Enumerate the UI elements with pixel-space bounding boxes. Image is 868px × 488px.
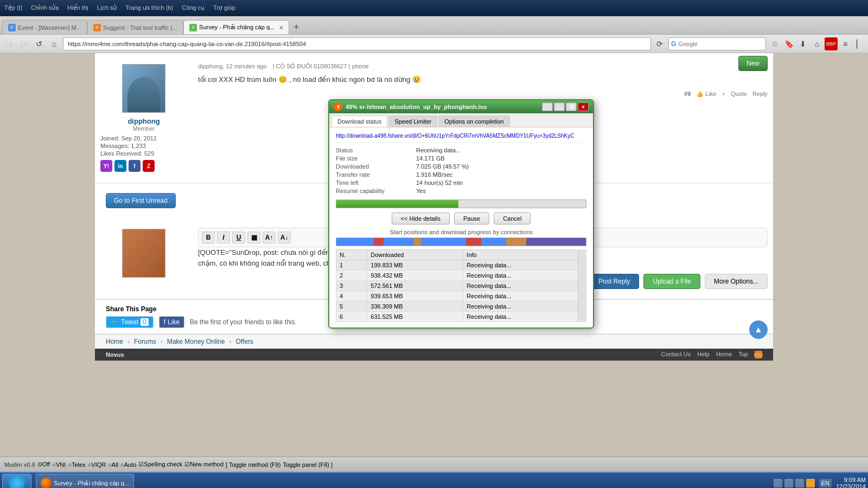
tab3-close-icon[interactable]: ×	[279, 23, 283, 32]
help-link[interactable]: Help	[697, 351, 710, 358]
new-tab-button[interactable]: +	[289, 20, 303, 34]
refresh-icon[interactable]: ⟳	[653, 37, 666, 50]
like-button-1[interactable]: 👍 Like	[696, 91, 716, 98]
download-progress-bar	[336, 200, 586, 208]
status-radio-all[interactable]: ○All	[108, 461, 118, 468]
cancel-button[interactable]: Cancel	[494, 213, 531, 224]
contact-us-link[interactable]: Contact Us	[661, 351, 691, 358]
dialog-tab-options[interactable]: Options on completion	[438, 115, 509, 127]
upload-file-button[interactable]: Upload a File	[643, 274, 700, 289]
tab-3[interactable]: S Survey - Phải chăng cáp q... ×	[183, 20, 289, 34]
menu-chinh-sua[interactable]: Chỉnh sửa	[29, 3, 61, 12]
tweet-button[interactable]: 🐦 Tweet 0	[106, 316, 154, 328]
col-downloaded: Downloaded	[367, 250, 463, 260]
yahoo-icon[interactable]: Y!	[100, 160, 112, 172]
menu-cong-cu[interactable]: Công cụ	[180, 3, 207, 12]
table-scrollbar[interactable]	[578, 249, 586, 322]
reply-button-1[interactable]: Reply	[752, 91, 768, 98]
tab-1[interactable]: E Event - [Maxserver] M...	[2, 20, 87, 34]
new-button[interactable]: New	[738, 56, 768, 71]
dialog-tab-bar: Download status Speed Limiter Options on…	[329, 113, 593, 127]
start-button[interactable]	[2, 474, 31, 488]
dialog-restore-button[interactable]: ⧉	[566, 102, 577, 111]
star-icon[interactable]: ☆	[768, 37, 781, 50]
facebook-like-icon: f	[164, 318, 165, 326]
status-radio-viqr[interactable]: ○VIQR	[88, 461, 106, 468]
back-button[interactable]: ◁	[2, 37, 15, 50]
hide-details-button[interactable]: << Hide details	[392, 213, 450, 224]
twitter-icon: 🐦	[111, 318, 119, 326]
table-row: 1199.833 MBReceiving data...	[336, 260, 586, 271]
dialog-maximize-button[interactable]: □	[554, 102, 565, 111]
other-icon[interactable]: Z	[143, 160, 155, 172]
dialog-title-bar: ⬇ 49% sr-hitman_absolution_up_by_phongha…	[329, 100, 593, 113]
menu-trang-ua-thich[interactable]: Trang ưa thích (b)	[123, 3, 175, 12]
reload-button[interactable]: ↺	[33, 37, 46, 50]
url-input[interactable]	[68, 41, 646, 47]
download-dialog[interactable]: ⬇ 49% sr-hitman_absolution_up_by_phongha…	[328, 99, 594, 329]
spelling-check-checkbox[interactable]: ☑Spelling check	[138, 461, 182, 468]
facebook-like-button[interactable]: f Like	[159, 316, 184, 328]
breadcrumb-sep-3: ›	[229, 338, 231, 345]
tab-2[interactable]: S Suggest - Trial tool traffic (...	[87, 20, 183, 34]
hamburger-icon[interactable]: ≡	[839, 37, 852, 50]
top-link[interactable]: Top	[738, 351, 748, 358]
sidebar-icon[interactable]: ▏	[853, 37, 866, 50]
search-input[interactable]	[678, 41, 763, 47]
menu-items[interactable]: Tệp (t) Chỉnh sửa Hiển thị Lịch sử Trang…	[2, 3, 238, 12]
breadcrumb-make-money[interactable]: Make Money Online	[167, 338, 225, 345]
facebook-icon[interactable]: f	[129, 160, 141, 172]
underline-button[interactable]: U	[232, 232, 245, 243]
bookmark-icon[interactable]: 🔖	[782, 37, 795, 50]
taskbar-app-firefox[interactable]: Survey - Phải chăng cáp q...	[36, 474, 134, 488]
menu-tro-giup[interactable]: Trợ giúp	[211, 3, 238, 12]
breadcrumb-forums[interactable]: Forums	[134, 338, 156, 345]
dialog-minimize-button[interactable]: _	[542, 102, 553, 111]
menu-tep[interactable]: Tệp (t)	[2, 3, 24, 12]
dialog-app-icon: ⬇	[334, 102, 342, 111]
post-reply-button[interactable]: Post Reply	[589, 274, 639, 289]
breadcrumb-home[interactable]: Home	[106, 338, 123, 345]
font-size-button[interactable]: A↑	[263, 232, 276, 243]
address-bar[interactable]	[63, 37, 651, 50]
tab-bar: E Event - [Maxserver] M... S Suggest - T…	[0, 16, 868, 35]
download-icon[interactable]: ⬇	[796, 37, 809, 50]
home-nav-icon[interactable]: ⌂	[810, 37, 824, 50]
dialog-tab-speed-limiter[interactable]: Speed Limiter	[388, 115, 437, 127]
table-row: 6631.525 MBReceiving data...	[336, 312, 586, 322]
account-icon[interactable]: BBP	[825, 37, 838, 50]
font-size-down-button[interactable]: A↓	[278, 232, 291, 243]
status-radio-telex[interactable]: ○Telex	[68, 461, 85, 468]
user-sidebar-2	[95, 223, 193, 293]
connections-title: Start positions and download progress by…	[336, 229, 586, 235]
menu-hien-thi[interactable]: Hiển thị	[65, 3, 91, 12]
status-radio-vni[interactable]: ○VNI	[52, 461, 66, 468]
dialog-tab-download-status[interactable]: Download status	[331, 115, 387, 127]
pause-button[interactable]: Pause	[454, 213, 489, 224]
italic-button[interactable]: I	[217, 232, 230, 243]
dialog-close-button[interactable]: ×	[578, 102, 589, 111]
forward-button[interactable]: ▷	[17, 37, 30, 50]
scroll-top-button[interactable]: ▲	[749, 320, 768, 339]
home-button[interactable]: ⌂	[48, 37, 61, 50]
status-radio-auto[interactable]: ○Auto	[120, 461, 136, 468]
search-box[interactable]: G	[668, 37, 766, 50]
more-options-button[interactable]: More Options...	[705, 274, 768, 289]
home-link[interactable]: Home	[716, 351, 732, 358]
quote-button-1[interactable]: Quote	[731, 91, 747, 98]
linkedin-icon[interactable]: in	[114, 160, 126, 172]
resume-capability-label: Resume capability	[336, 188, 412, 194]
rss-icon[interactable]: RSS	[755, 351, 762, 358]
table-cell: Receiving data...	[463, 281, 586, 291]
conn-seg-1	[336, 238, 374, 246]
bold-button[interactable]: B	[202, 232, 215, 243]
new-method-checkbox[interactable]: ☑New method	[184, 461, 224, 468]
breadcrumb-offers[interactable]: Offers	[235, 338, 253, 345]
toggle-f9[interactable]: [ Toggle method (F9)	[226, 461, 280, 468]
toggle-f8[interactable]: Toggle panel (F8) ]	[283, 461, 333, 468]
table-button[interactable]: ▦	[247, 232, 260, 243]
status-radio-off[interactable]: ⊙Off	[37, 461, 50, 468]
post-actions-1: #9 👍 Like + Quote Reply	[198, 91, 768, 98]
menu-lich-su[interactable]: Lịch sử	[95, 3, 119, 12]
first-unread-button[interactable]: Go to First Unread	[106, 193, 176, 208]
